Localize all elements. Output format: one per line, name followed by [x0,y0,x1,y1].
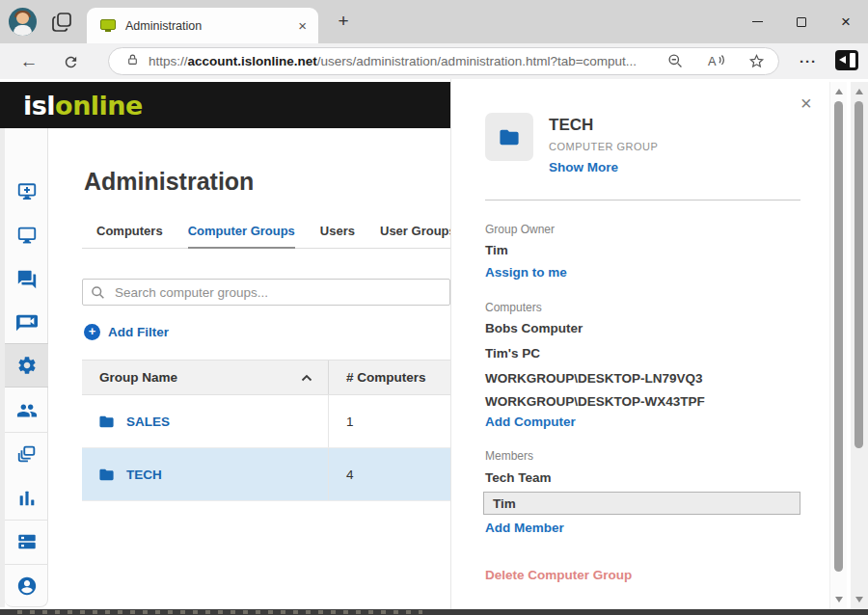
bar-chart-icon [16,488,38,509]
sidebar-item-chats[interactable] [5,257,48,301]
column-computers[interactable]: # Computers [328,361,450,394]
avatar-body [14,25,32,36]
tab-bar: Computers Computer Groups Users User Gro… [82,224,450,249]
account-icon [16,575,38,597]
profile-avatar[interactable] [9,8,37,36]
tab-users[interactable]: Users [320,224,355,248]
folder-icon [97,467,116,483]
tab-title: Administration [125,19,298,33]
computer-icon [16,225,38,246]
lock-icon [126,53,139,70]
scroll-down-icon[interactable] [855,597,863,602]
tab-close-icon[interactable]: × [298,18,307,33]
groups-table: Group Name # Computers SALES 1 [82,360,450,501]
add-filter-label: Add Filter [108,325,169,339]
table-header: Group Name # Computers [82,360,450,395]
url-text: https://account.islonline.net/users/admi… [149,54,637,68]
tab-computers[interactable]: Computers [96,224,163,248]
show-more-link[interactable]: Show More [549,160,618,174]
users-icon [16,400,38,421]
add-computer-link[interactable]: Add Computer [485,414,576,429]
member-name: Tim [493,496,516,511]
scroll-up-icon[interactable] [835,89,843,94]
member-item-highlighted[interactable]: Tim [483,492,800,515]
scroll-down-icon[interactable] [835,597,843,602]
group-name: TECH [126,468,162,482]
tab-user-groups[interactable]: User Groups [380,224,456,248]
assign-to-me-link[interactable]: Assign to me [485,265,567,280]
table-row-tech[interactable]: TECH 4 [82,448,450,501]
browser-scrollbar-thumb[interactable] [854,101,863,448]
browser-scrollbar[interactable] [851,82,868,609]
panel-divider [485,200,800,201]
video-call-icon [16,312,38,334]
panel-close-icon[interactable]: × [800,93,812,115]
server-icon [16,531,38,552]
sidebar [5,128,48,607]
folder-icon [97,414,116,430]
cutoff-content [17,610,422,614]
tab-favicon-icon [100,18,116,33]
settings-gear-icon [16,355,38,376]
sidebar-item-servers[interactable] [5,520,48,563]
scroll-up-icon[interactable] [855,89,863,94]
back-button[interactable]: ← [16,49,41,74]
sidebar-item-settings[interactable] [5,343,48,388]
panel-scrollbar[interactable] [829,82,847,609]
sidebar-item-sessions[interactable] [5,432,48,475]
windows-stack-icon [16,443,38,465]
computers-label: Computers [485,301,542,314]
detail-panel: × TECH COMPUTER GROUP Show More Group Ow… [450,79,831,609]
settings-menu-icon[interactable]: ··· [795,46,822,75]
new-tab-button[interactable]: + [332,10,355,33]
favorites-star-icon[interactable] [748,53,765,69]
column-group-name[interactable]: Group Name [82,361,328,394]
sidebar-item-account[interactable] [5,564,48,607]
panel-subtitle: COMPUTER GROUP [549,141,658,152]
sidebar-item-add-computer[interactable] [5,170,48,213]
group-name: SALES [126,414,170,429]
title-bar: Administration × + × [0,0,868,43]
computer-item: Tim's PC [485,346,540,361]
minimize-button[interactable] [735,0,779,43]
delete-computer-group-link[interactable]: Delete Computer Group [485,568,632,582]
sort-ascending-icon[interactable] [301,374,312,382]
search-input[interactable] [113,284,442,301]
panel-scrollbar-thumb[interactable] [834,101,843,572]
group-computer-count: 4 [328,448,450,500]
group-icon-tile [485,113,533,161]
sidebar-item-computers[interactable] [5,213,48,256]
search-box [82,279,450,306]
maximize-button[interactable] [779,0,824,43]
browser-window: Administration × + × ← https://acc [0,0,868,615]
plus-circle-icon: + [84,324,100,340]
avatar-face [16,13,29,24]
panel-title: TECH [549,116,593,135]
bottom-edge-strip [0,609,868,615]
browser-tab[interactable]: Administration × [87,8,318,43]
url-path: /users/administration/administration.htm… [317,54,637,68]
add-filter-button[interactable]: + Add Filter [84,324,169,340]
workspaces-icon[interactable] [50,11,73,34]
zoom-out-icon[interactable] [667,53,684,69]
add-member-link[interactable]: Add Member [485,521,564,535]
table-row-sales[interactable]: SALES 1 [82,395,450,448]
add-computer-icon [16,181,38,202]
split-screen-icon[interactable] [835,50,858,70]
reload-button[interactable] [58,49,83,74]
sidebar-item-users[interactable] [5,388,48,432]
sidebar-item-reports[interactable] [5,476,48,520]
svg-text:A: A [708,54,717,68]
members-label: Members [485,449,533,463]
page-content: islonline [0,79,868,615]
member-item: Tech Team [485,470,552,485]
folder-icon [497,126,522,148]
sidebar-item-video-calls[interactable] [5,301,48,344]
read-aloud-icon[interactable]: A [707,53,725,69]
tab-computer-groups[interactable]: Computer Groups [188,224,295,249]
chat-icon [16,269,38,290]
window-close-button[interactable]: × [824,0,868,43]
computer-item: WORKGROUP\DESKTOP-LN79VQ3 [485,371,703,386]
url-domain: account.islonline.net [188,54,317,68]
address-bar[interactable]: https://account.islonline.net/users/admi… [108,47,779,75]
